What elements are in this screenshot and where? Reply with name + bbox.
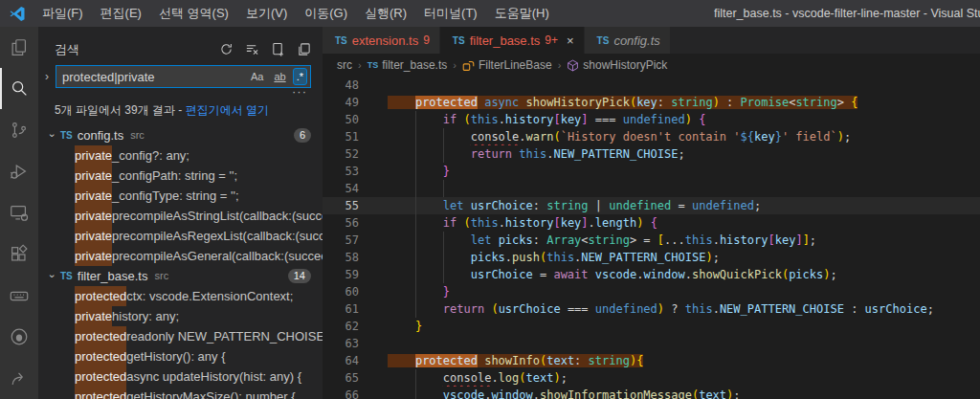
code-line-text: if (this.history[key] === undefined) {: [388, 111, 980, 128]
breadcrumb-item[interactable]: FilterLineBase: [462, 58, 552, 72]
search-result-row[interactable]: private _config?: any;: [38, 145, 323, 166]
tab-config.ts[interactable]: TSconfig.ts: [585, 27, 670, 54]
search-result-row[interactable]: protected getHistory(): any {: [38, 346, 323, 366]
code-line[interactable]: 52 return this.NEW_PATTERN_CHOISE;: [323, 145, 980, 163]
refresh-icon[interactable]: [218, 42, 234, 57]
match-line-highlight: protected async showHistoryPick(key: str…: [388, 96, 858, 109]
clear-search-results-icon[interactable]: [244, 42, 259, 57]
match-rest-text: ctx: vscode.ExtensionContext;: [126, 286, 293, 306]
code-token: {: [699, 113, 705, 126]
search-result-row[interactable]: private precompileAsGeneral(callback:(su…: [38, 246, 323, 266]
line-number: 59: [323, 266, 359, 283]
code-line[interactable]: 58 picks.push(this.NEW_PATTERN_CHOISE);: [323, 249, 980, 266]
tab-filter_base.ts[interactable]: TSfilter_base.ts9+×: [440, 27, 584, 54]
code-line[interactable]: 61 return (usrChoice === undefined) ? th…: [323, 300, 980, 318]
code-token: key: [754, 130, 775, 144]
code-line[interactable]: 62 }: [323, 318, 980, 335]
breadcrumb-item[interactable]: showHistoryPick: [567, 58, 667, 72]
code-token: >: [837, 96, 851, 109]
code-line[interactable]: 50 if (this.history[key] === undefined) …: [323, 111, 980, 128]
code-token: ' field`: [782, 130, 837, 144]
use-regex-toggle[interactable]: .*: [293, 68, 307, 85]
toggle-replace-chevron[interactable]: ›: [38, 70, 56, 83]
search-result-row[interactable]: protected readonly NEW_PATTERN_CHOISE = …: [38, 326, 323, 346]
match-case-toggle[interactable]: Aa: [247, 68, 267, 85]
code-line[interactable]: 51 console.warn(`History doesn't contain…: [323, 128, 980, 145]
code-token: return: [471, 147, 512, 161]
code-line[interactable]: 48: [323, 77, 980, 94]
menu-item[interactable]: 터미널(T): [415, 0, 486, 27]
search-result-row[interactable]: private history: any;: [38, 306, 323, 326]
menu-item[interactable]: 선택 영역(S): [150, 0, 237, 27]
code-line[interactable]: 56 if (this.history[key].length) {: [323, 214, 980, 232]
breadcrumb-item[interactable]: TSfilter_base.ts: [368, 58, 448, 72]
code-editor[interactable]: 4849 protected async showHistoryPick(key…: [323, 77, 980, 399]
code-token: ]: [803, 233, 810, 247]
match-highlight: private: [75, 226, 112, 246]
code-token: ]: [581, 216, 588, 230]
run-debug-icon[interactable]: [0, 151, 38, 192]
menu-item[interactable]: 파일(F): [33, 0, 92, 27]
code-token: [: [553, 216, 560, 230]
explorer-icon[interactable]: [0, 27, 38, 68]
menu-item[interactable]: 이동(G): [296, 0, 356, 27]
code-token: showHistoryPick: [526, 96, 630, 109]
open-in-editor-link[interactable]: 편집기에서 열기: [186, 103, 269, 117]
code-line[interactable]: 57 let picks: Array<string> = [...this.h…: [323, 232, 980, 249]
search-input[interactable]: protected|private Aaab.*: [56, 65, 311, 88]
code-line-text: if (this.history[key].length) {: [388, 214, 980, 232]
code-token: ): [553, 371, 560, 385]
code-line[interactable]: 54: [323, 180, 980, 197]
code-line[interactable]: 66 vscode.window.showInformationMessage(…: [323, 387, 980, 399]
line-number: 66: [323, 387, 359, 399]
search-result-row[interactable]: protected getHistoryMaxSize(): number {: [38, 387, 323, 399]
share-icon[interactable]: [0, 358, 38, 399]
indent-guide: [415, 283, 416, 300]
code-token: ;: [810, 233, 816, 247]
code-token: [463, 199, 470, 212]
activity-bar: [0, 27, 38, 399]
search-result-row[interactable]: protected async updateHistory(hist: any)…: [38, 366, 323, 387]
search-result-row[interactable]: private _configType: string = '';: [38, 186, 323, 206]
code-token: vscode: [595, 268, 636, 281]
remote-explorer-icon[interactable]: [0, 192, 38, 233]
code-line[interactable]: 49 protected async showHistoryPick(key: …: [323, 94, 980, 111]
code-line[interactable]: 63: [323, 335, 980, 352]
match-rest-text: readonly NEW_PATTERN_CHOISE = '…: [126, 326, 323, 346]
new-search-editor-icon[interactable]: [270, 42, 285, 57]
code-line[interactable]: 64 protected showInfo(text: string){: [323, 352, 980, 369]
source-control-icon[interactable]: [0, 109, 38, 150]
tab-extension.ts[interactable]: TSextension.ts9: [323, 27, 439, 54]
file-result-row[interactable]: ›TSfilter_base.tssrc14: [38, 266, 323, 286]
search-result-row[interactable]: private _configPath: string = '';: [38, 166, 323, 186]
extensions-icon[interactable]: [0, 233, 38, 275]
match-highlight: private: [75, 206, 112, 226]
breadcrumb-label: src: [337, 58, 352, 72]
code-line[interactable]: 55 let usrChoice: string | undefined = u…: [323, 197, 980, 214]
github-icon[interactable]: [0, 317, 38, 358]
close-icon[interactable]: ×: [567, 33, 574, 48]
search-icon[interactable]: [0, 68, 38, 109]
whole-word-toggle[interactable]: ab: [270, 68, 289, 85]
breadcrumb-item[interactable]: src: [337, 58, 352, 72]
menu-item[interactable]: 도움말(H): [486, 0, 558, 27]
keyboard-icon[interactable]: [0, 275, 38, 316]
code-token: [388, 320, 415, 333]
toggle-search-details-button[interactable]: ···: [38, 88, 323, 98]
menu-item[interactable]: 편집(E): [92, 0, 150, 27]
code-line[interactable]: 60 }: [323, 283, 980, 300]
menu-item[interactable]: 보기(V): [237, 0, 296, 27]
indent-guide: [415, 300, 416, 318]
code-line[interactable]: 59 usrChoice = await vscode.window.showQ…: [323, 266, 980, 283]
search-result-row[interactable]: protected ctx: vscode.ExtensionContext;: [38, 286, 323, 306]
code-token: :: [720, 96, 741, 109]
search-result-row[interactable]: private precompileAsStringList(callback:…: [38, 206, 323, 226]
open-in-editor-icon[interactable]: [296, 42, 311, 57]
code-line[interactable]: 65 console.log(text);: [323, 369, 980, 387]
menu-item[interactable]: 실행(R): [356, 0, 415, 27]
file-result-row[interactable]: ›TSconfig.tssrc6: [38, 125, 323, 145]
code-token: =: [671, 199, 692, 212]
code-line[interactable]: 53 }: [323, 163, 980, 180]
code-token: (: [491, 302, 498, 316]
search-result-row[interactable]: private precompileAsRegexList(callback:(…: [38, 226, 323, 246]
